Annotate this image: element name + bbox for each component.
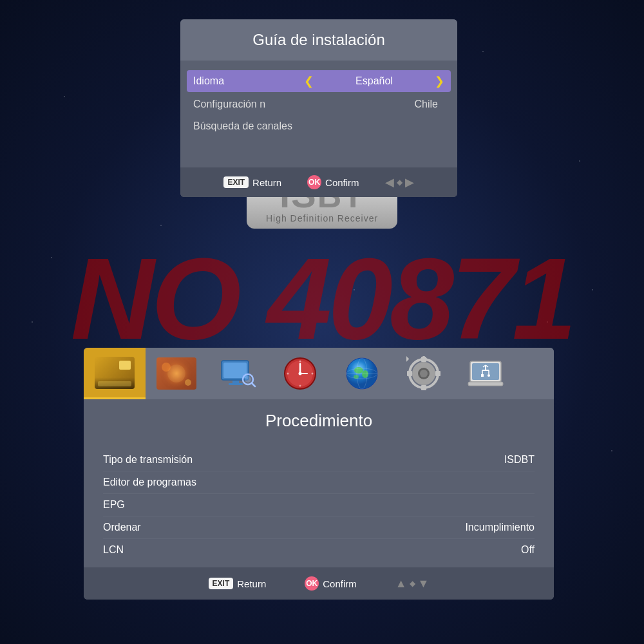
return-label-bottom: Return bbox=[237, 578, 266, 589]
icon-usb[interactable] bbox=[455, 348, 516, 399]
svg-rect-28 bbox=[406, 356, 409, 363]
confirm-btn-bottom[interactable]: OK Confirm bbox=[305, 576, 357, 591]
svg-rect-1 bbox=[223, 363, 247, 378]
panel-footer: EXIT Return OK Confirm ▲ ◆ ▼ bbox=[84, 567, 554, 600]
lcn-value: Off bbox=[521, 544, 535, 556]
dialog-footer-top: EXIT Return OK Confirm ◀ ◆ ▶ bbox=[180, 167, 457, 197]
svg-point-15 bbox=[312, 373, 314, 375]
dialog-title: Guía de instalación bbox=[252, 31, 384, 48]
return-label-top: Return bbox=[252, 177, 281, 188]
busqueda-label: Búsqueda de canales bbox=[193, 120, 444, 132]
icon-globe[interactable] bbox=[331, 348, 393, 399]
arrow-nav-bottom[interactable]: ▲ ◆ ▼ bbox=[395, 577, 430, 591]
arrow-left-icon[interactable]: ❮ bbox=[304, 74, 314, 88]
icon-gear[interactable] bbox=[393, 348, 455, 399]
confirm-label-top: Confirm bbox=[325, 177, 359, 188]
dialog-header: Guía de instalación bbox=[180, 19, 457, 61]
svg-point-11 bbox=[299, 372, 302, 375]
installation-dialog: Guía de instalación Idioma ❮ Español ❯ C… bbox=[180, 19, 457, 197]
ordenar-value: Incumplimiento bbox=[465, 522, 535, 533]
transmision-value: ISDBT bbox=[504, 454, 535, 466]
config-value: Chile bbox=[415, 99, 444, 110]
editor-label: Editor de programas bbox=[103, 477, 535, 488]
ordenar-label: Ordenar bbox=[103, 522, 465, 533]
idioma-label: Idioma bbox=[193, 75, 304, 87]
svg-rect-40 bbox=[481, 374, 484, 377]
exit-badge-bottom: EXIT bbox=[209, 578, 234, 589]
nav-left-icon: ◀ bbox=[385, 175, 394, 189]
epg-label: EPG bbox=[103, 499, 535, 511]
tv-search-icon bbox=[218, 357, 258, 390]
clock-icon bbox=[283, 356, 317, 391]
row-editor: Editor de programas bbox=[103, 471, 535, 494]
lcn-label: LCN bbox=[103, 544, 521, 556]
menu-row-idioma[interactable]: Idioma ❮ Español ❯ bbox=[187, 70, 451, 92]
icon-tv-search[interactable] bbox=[207, 348, 269, 399]
panel-body: Tipo de transmisión ISDBT Editor de prog… bbox=[84, 442, 554, 567]
usb-icon bbox=[467, 356, 504, 391]
exit-badge-top: EXIT bbox=[223, 176, 249, 188]
svg-point-12 bbox=[299, 361, 301, 363]
arrow-right-icon[interactable]: ❯ bbox=[435, 74, 444, 88]
menu-row-busqueda[interactable]: Búsqueda de canales bbox=[187, 117, 451, 136]
config-label: Configuración n bbox=[193, 99, 415, 110]
icon-clock[interactable] bbox=[269, 348, 331, 399]
svg-rect-2 bbox=[232, 381, 239, 383]
menu-row-config[interactable]: Configuración n Chile bbox=[187, 95, 451, 114]
svg-rect-35 bbox=[468, 382, 503, 386]
icon-picture[interactable] bbox=[84, 348, 146, 399]
nav-right-icon: ▶ bbox=[405, 175, 414, 189]
dialog-body: Idioma ❮ Español ❯ Configuración n Chile… bbox=[180, 61, 457, 167]
svg-point-41 bbox=[488, 374, 490, 377]
confirm-label-bottom: Confirm bbox=[323, 578, 357, 589]
transmision-label: Tipo de transmisión bbox=[103, 454, 504, 466]
row-transmision: Tipo de transmisión ISDBT bbox=[103, 449, 535, 471]
arrow-nav-top[interactable]: ◀ ◆ ▶ bbox=[385, 175, 414, 189]
svg-point-14 bbox=[287, 373, 289, 375]
row-epg: EPG bbox=[103, 494, 535, 516]
return-btn-bottom[interactable]: EXIT Return bbox=[209, 578, 267, 589]
ok-badge-top: OK bbox=[307, 175, 321, 189]
panel-title: Procedimiento bbox=[84, 399, 554, 442]
svg-point-13 bbox=[299, 385, 301, 387]
nav-up-icon: ▲ bbox=[395, 577, 407, 591]
row-lcn: LCN Off bbox=[103, 539, 535, 561]
svg-point-5 bbox=[245, 376, 251, 383]
logo-sub: High Definition Receiver bbox=[266, 213, 378, 223]
icon-bar bbox=[84, 348, 554, 399]
svg-line-6 bbox=[252, 383, 255, 386]
svg-rect-3 bbox=[229, 383, 243, 385]
globe-icon bbox=[345, 356, 379, 391]
nav-down-icon: ▼ bbox=[418, 577, 430, 591]
bottom-panel: Procedimiento Tipo de transmisión ISDBT … bbox=[84, 348, 554, 600]
gear-icon bbox=[406, 356, 441, 391]
row-ordenar: Ordenar Incumplimiento bbox=[103, 516, 535, 539]
icon-bokeh[interactable] bbox=[146, 348, 207, 399]
svg-point-32 bbox=[420, 370, 428, 377]
svg-point-18 bbox=[362, 370, 368, 378]
idioma-value: Español bbox=[319, 75, 430, 87]
return-btn-top[interactable]: EXIT Return bbox=[223, 176, 281, 188]
ok-badge-bottom: OK bbox=[305, 576, 319, 591]
svg-point-17 bbox=[354, 367, 363, 374]
confirm-btn-top[interactable]: OK Confirm bbox=[307, 175, 359, 189]
